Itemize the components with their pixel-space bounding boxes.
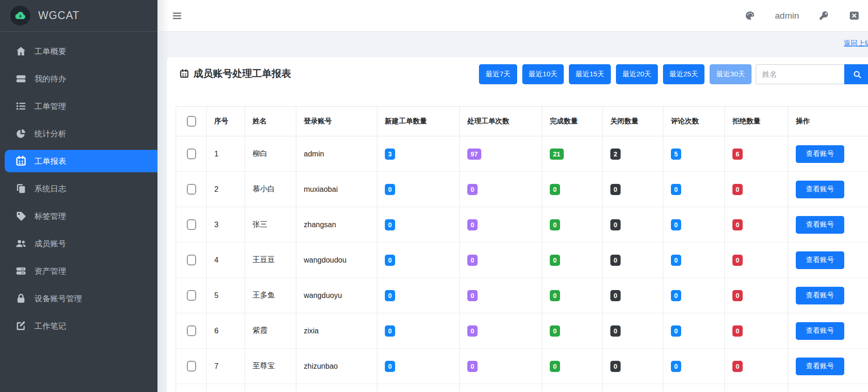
count-badge: 0 xyxy=(671,361,681,372)
current-user[interactable]: admin xyxy=(775,11,799,21)
cell-count: 0 xyxy=(542,243,603,278)
cell-count: 0 xyxy=(542,207,603,243)
sidebar-item-label: 工单概要 xyxy=(34,46,66,57)
cell-account: admin xyxy=(296,136,377,172)
row-checkbox[interactable] xyxy=(187,361,196,372)
cell-seq: 5 xyxy=(207,278,245,313)
view-account-button[interactable]: 查看账号 xyxy=(796,287,844,304)
row-checkbox[interactable] xyxy=(187,149,196,159)
cell-seq: 1 xyxy=(207,136,245,172)
row-checkbox[interactable] xyxy=(187,290,196,301)
count-badge: 0 xyxy=(671,325,681,337)
empty-cell xyxy=(207,384,245,392)
cell-account: muxiaobai xyxy=(296,172,377,207)
logout-icon[interactable] xyxy=(849,10,860,21)
cell-seq: 4 xyxy=(207,243,245,278)
theme-palette-icon[interactable] xyxy=(745,10,755,21)
cell-count: 0 xyxy=(377,243,460,278)
empty-cell xyxy=(296,384,377,392)
cell-count: 6 xyxy=(725,136,788,172)
filter-button[interactable]: 最近15天 xyxy=(569,64,611,84)
sidebar-item-server[interactable]: 资产管理 xyxy=(0,260,157,282)
column-header: 序号 xyxy=(207,107,245,136)
filter-button[interactable]: 最近10天 xyxy=(522,64,564,84)
sidebar-item-edit[interactable]: 工作笔记 xyxy=(0,315,157,337)
cell-count: 0 xyxy=(377,313,460,349)
sidebar-item-copy[interactable]: 系统日志 xyxy=(0,177,157,200)
page-title-text: 成员账号处理工单报表 xyxy=(193,68,291,80)
calendar-table-icon xyxy=(179,69,189,79)
sidebar-item-pie[interactable]: 统计分析 xyxy=(0,122,157,145)
cell-count: 0 xyxy=(542,349,603,384)
table-row: 6紫霞zixia000000查看账号 xyxy=(176,313,868,349)
sidebar-item-label: 工单管理 xyxy=(34,101,66,112)
password-key-icon[interactable] xyxy=(819,10,829,21)
card-header: 成员账号处理工单报表 最近7天最近10天最近15天最近20天最近25天最近30天 xyxy=(167,57,868,106)
cell-actions: 查看账号 xyxy=(788,278,868,313)
count-badge: 0 xyxy=(671,184,681,195)
row-checkbox-cell xyxy=(176,136,207,172)
cell-count: 0 xyxy=(603,243,663,278)
row-checkbox[interactable] xyxy=(187,116,196,127)
column-header: 评论次数 xyxy=(663,107,725,136)
pie-icon xyxy=(15,128,27,139)
view-account-button[interactable]: 查看账号 xyxy=(796,251,844,269)
count-badge: 5 xyxy=(671,149,681,160)
sidebar-menu: 工单概要我的待办工单管理统计分析工单报表系统日志标签管理成员账号资产管理设备账号… xyxy=(0,32,157,337)
back-to-parent-link[interactable]: 返回上级 xyxy=(844,39,868,48)
lock-icon xyxy=(15,293,27,304)
topbar-right: admin xyxy=(745,10,860,21)
cell-name: 紫霞 xyxy=(245,313,296,349)
sidebar-item-calendar[interactable]: 工单报表 xyxy=(5,150,157,172)
empty-cell xyxy=(663,384,725,392)
view-account-button[interactable]: 查看账号 xyxy=(796,322,844,340)
sidebar-item-users[interactable]: 成员账号 xyxy=(0,232,157,255)
sidebar-item-list[interactable]: 工单管理 xyxy=(0,95,157,117)
day-filter-group: 最近7天最近10天最近15天最近20天最近25天最近30天 xyxy=(479,64,752,84)
search-input[interactable] xyxy=(756,64,844,84)
cell-actions: 查看账号 xyxy=(788,349,868,384)
table-row: 4王豆豆wangdoudou000000查看账号 xyxy=(176,243,868,278)
row-checkbox-cell xyxy=(176,243,207,278)
table-row: 2慕小白muxiaobai000000查看账号 xyxy=(176,172,868,207)
cell-actions: 查看账号 xyxy=(788,136,868,172)
cell-count: 0 xyxy=(663,207,725,243)
cell-count: 21 xyxy=(542,136,603,172)
row-checkbox-cell xyxy=(176,313,207,349)
empty-cell xyxy=(377,384,460,392)
sidebar-item-lock[interactable]: 设备账号管理 xyxy=(0,287,157,310)
sidebar-item-label: 我的待办 xyxy=(34,74,66,84)
view-account-button[interactable]: 查看账号 xyxy=(796,216,844,234)
hamburger-menu-icon[interactable] xyxy=(171,10,183,21)
filter-button[interactable]: 最近20天 xyxy=(616,64,658,84)
count-badge: 3 xyxy=(385,149,395,160)
cell-count: 0 xyxy=(603,278,663,313)
view-account-button[interactable]: 查看账号 xyxy=(796,358,844,375)
row-checkbox[interactable] xyxy=(187,184,196,195)
count-badge: 0 xyxy=(671,219,681,230)
count-badge: 0 xyxy=(550,184,560,195)
cell-count: 0 xyxy=(460,278,542,313)
search-button[interactable] xyxy=(844,64,868,84)
filter-button[interactable]: 最近25天 xyxy=(663,64,705,84)
cell-count: 0 xyxy=(377,172,460,207)
sidebar-item-inbox[interactable]: 我的待办 xyxy=(0,68,157,90)
view-account-button[interactable]: 查看账号 xyxy=(796,145,844,163)
cell-actions: 查看账号 xyxy=(788,243,868,278)
filter-button[interactable]: 最近30天 xyxy=(710,64,752,84)
sidebar-item-home[interactable]: 工单概要 xyxy=(0,40,157,62)
inbox-icon xyxy=(15,73,27,84)
row-checkbox[interactable] xyxy=(187,325,196,336)
table-row: 1柳白admin39721256查看账号 xyxy=(176,136,868,172)
row-checkbox[interactable] xyxy=(187,219,196,230)
app-title: WGCAT xyxy=(38,9,80,22)
report-card: 成员账号处理工单报表 最近7天最近10天最近15天最近20天最近25天最近30天 xyxy=(167,57,868,392)
content-area: 返回上级 成员账号处理工单报表 最近7天最近10天最近15天最近20天最近25天… xyxy=(157,32,868,392)
view-account-button[interactable]: 查看账号 xyxy=(796,181,844,198)
sidebar-item-tag[interactable]: 标签管理 xyxy=(0,205,157,227)
sidebar-item-label: 设备账号管理 xyxy=(34,293,82,304)
cell-seq: 7 xyxy=(207,349,245,384)
filter-button[interactable]: 最近7天 xyxy=(479,64,517,84)
row-checkbox[interactable] xyxy=(187,255,196,265)
edit-icon xyxy=(15,320,27,331)
